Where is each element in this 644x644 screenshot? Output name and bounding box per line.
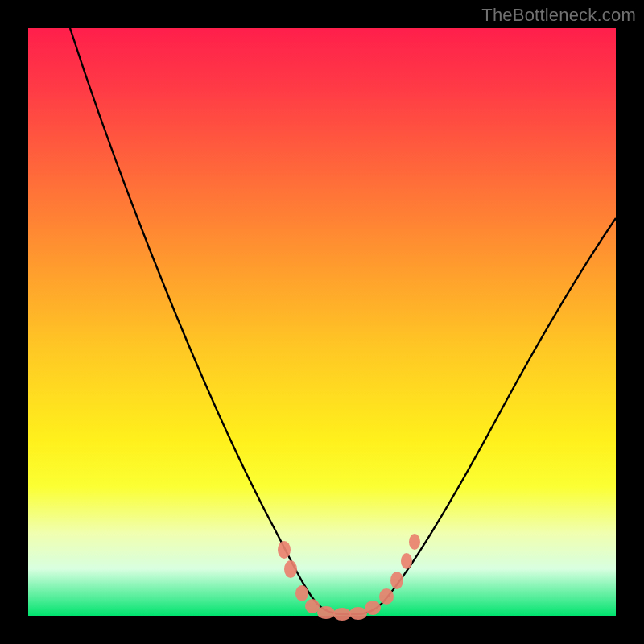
curve-svg <box>28 28 616 616</box>
plot-area <box>28 28 616 616</box>
marker-dot <box>295 585 308 601</box>
marker-dot <box>379 588 394 605</box>
chart-frame: TheBottleneck.com <box>0 0 644 644</box>
marker-dot <box>365 601 381 615</box>
marker-dot <box>284 560 297 578</box>
watermark-text: TheBottleneck.com <box>481 5 636 26</box>
marker-dot <box>401 553 412 569</box>
marker-dot <box>390 572 403 589</box>
marker-dot <box>317 606 335 619</box>
marker-dot <box>333 608 351 621</box>
marker-dot <box>349 607 367 620</box>
marker-dot <box>409 534 420 550</box>
bottleneck-curve <box>70 28 616 614</box>
marker-dot <box>278 541 291 559</box>
